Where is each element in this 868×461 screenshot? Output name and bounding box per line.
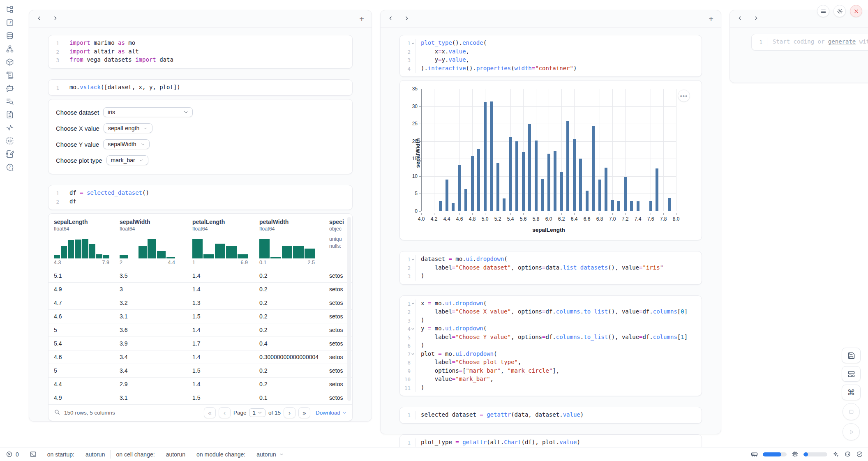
code-line[interactable]: 10 value="mark_bar", [400, 375, 702, 384]
shutdown-button[interactable] [850, 5, 862, 17]
code-line[interactable]: 2 label="Choose dataset", options=data.l… [400, 264, 702, 272]
column-next-button[interactable] [53, 15, 58, 23]
add-cell-button[interactable]: + [709, 15, 713, 23]
code-line[interactable]: 2 x=x.value, [400, 48, 702, 56]
code-line[interactable]: 5 label="Choose Y value", options=df.col… [400, 333, 702, 342]
dropdown-select[interactable]: sepalWidth [103, 139, 149, 149]
table-column-header[interactable]: sepalWidthfloat6424.4 [114, 219, 187, 265]
code-line[interactable]: 6) [400, 341, 702, 350]
tracing-icon[interactable] [5, 123, 15, 132]
keyboard-shortcuts-button[interactable]: ⌘ [842, 385, 861, 400]
file-explorer-icon[interactable] [5, 5, 15, 14]
code-line[interactable]: 1dataset = mo.ui.dropdown( [400, 255, 702, 264]
code-cell-selected-dataset[interactable]: 1selected_dataset = getattr(data, datase… [399, 407, 702, 424]
code-line[interactable]: 8 label="Choose plot type", [400, 358, 702, 367]
table-row[interactable]: 4.93.11.50.1setos [48, 391, 352, 404]
dropdown-select[interactable]: iris [103, 107, 193, 117]
logs-icon[interactable] [5, 97, 15, 106]
code-line[interactable]: 4).interactive().properties(width="conta… [400, 65, 702, 73]
table-row[interactable]: 5.43.91.70.4setos [48, 337, 352, 350]
table-row[interactable]: 4.931.40.2setos [48, 282, 352, 296]
code-line[interactable]: 2import altair as alt [48, 48, 352, 56]
prev-page-button[interactable]: ‹ [219, 407, 231, 418]
next-page-button[interactable]: › [284, 407, 295, 418]
layout-button[interactable] [842, 366, 861, 382]
chart-menu-button[interactable]: ••• [678, 90, 690, 102]
dropdown-select[interactable]: mark_bar [106, 155, 148, 165]
page-select[interactable]: 1 [249, 408, 265, 417]
code-line[interactable]: 3from vega_datasets import data [48, 56, 352, 65]
table-row[interactable]: 53.41.50.2setos [48, 364, 352, 377]
code-line[interactable]: 2df [48, 198, 352, 206]
copilot-icon[interactable] [844, 451, 851, 458]
documentation-icon[interactable] [5, 110, 15, 119]
code-cell-xy-plot-dropdowns[interactable]: 1x = mo.ui.dropdown(2 label="Choose X va… [399, 295, 702, 396]
menu-button[interactable] [817, 5, 829, 17]
scratchpad-script-icon[interactable] [5, 71, 15, 80]
code-line[interactable]: 1df = selected_dataset() [48, 189, 352, 198]
add-cell-button[interactable]: + [359, 15, 364, 23]
code-cell-imports[interactable]: 1import marimo as mo2import altair as al… [48, 35, 353, 69]
code-line[interactable]: 1selected_dataset = getattr(data, datase… [400, 411, 702, 420]
code-cell-vstack[interactable]: 1mo.vstack([dataset, x, y, plot]) [48, 79, 353, 96]
save-button[interactable] [842, 348, 861, 363]
help-icon[interactable]: ? [5, 163, 15, 172]
column-next-button[interactable] [753, 15, 759, 23]
column-prev-button[interactable] [737, 15, 743, 23]
search-icon[interactable] [54, 409, 60, 417]
table-column-header[interactable]: petalLengthfloat6416.9 [187, 219, 254, 265]
last-page-button[interactable]: » [298, 407, 310, 418]
snippets-icon[interactable] [5, 136, 15, 145]
code-line[interactable]: 1mo.vstack([dataset, x, y, plot]) [48, 83, 352, 92]
code-line[interactable]: 9 options=["mark_bar", "mark_circle"], [400, 367, 702, 376]
terminal-button[interactable] [24, 451, 42, 458]
code-cell-plot[interactable]: 1plot_type().encode(2 x=x.value,3 y=y.va… [399, 35, 702, 77]
code-line[interactable]: 1plot_type().encode( [400, 39, 702, 48]
table-row[interactable]: 4.63.41.40.30000000000000004setos [48, 350, 352, 364]
notebook-pen-icon[interactable] [5, 150, 15, 159]
code-line[interactable]: 1x = mo.ui.dropdown( [400, 300, 702, 308]
code-line[interactable]: 3 y=y.value, [400, 56, 702, 65]
on-startup-setting[interactable]: on startup: autorun [42, 451, 111, 458]
settings-button[interactable] [833, 5, 846, 17]
table-scrollbar[interactable] [347, 217, 351, 401]
code-line[interactable]: 3) [400, 316, 702, 325]
column-next-button[interactable] [404, 15, 409, 23]
dropdown-select[interactable]: sepalLength [104, 123, 152, 133]
connection-status-icon[interactable] [856, 451, 863, 458]
dependency-graph-icon[interactable] [5, 44, 15, 53]
code-line[interactable]: 11) [400, 384, 702, 392]
code-line[interactable]: 3) [400, 272, 702, 281]
download-button[interactable]: Download [316, 410, 347, 416]
ai-sparkles-icon[interactable] [832, 451, 839, 458]
chart-plot-area[interactable]: 4.04.24.44.64.85.05.25.45.65.86.06.26.46… [421, 89, 676, 211]
stop-button[interactable] [843, 403, 860, 420]
first-page-button[interactable]: « [204, 407, 216, 418]
table-row[interactable]: 4.73.21.30.2setos [48, 296, 352, 309]
code-cell-df[interactable]: 1df = selected_dataset()2df [48, 185, 353, 210]
ai-chat-icon[interactable] [5, 84, 15, 93]
output-altair-chart[interactable]: 4.04.24.44.64.85.05.25.45.65.86.06.26.46… [399, 80, 702, 240]
table-row[interactable]: 5.13.51.40.2setos [48, 269, 352, 282]
on-module-change-setting[interactable]: on module change: autorun [191, 451, 289, 458]
column-prev-button[interactable] [388, 15, 393, 23]
table-column-header[interactable]: petalWidthfloat640.12.5 [254, 219, 324, 265]
code-line[interactable]: 1plot_type = getattr(alt.Chart(df), plot… [400, 438, 702, 447]
code-cell-dataset-dropdown[interactable]: 1dataset = mo.ui.dropdown(2 label="Choos… [399, 251, 702, 285]
run-button[interactable] [843, 423, 860, 440]
code-line[interactable]: 7plot = mo.ui.dropdown( [400, 350, 702, 359]
generate-with-ai-link[interactable]: generate [828, 38, 856, 45]
empty-code-cell[interactable]: 1 Start coding or generate with [751, 34, 868, 51]
code-line[interactable]: 1import marimo as mo [48, 39, 352, 48]
table-row[interactable]: 53.61.40.2setos [48, 323, 352, 337]
table-row[interactable]: 4.42.91.40.2setos [48, 377, 352, 391]
errors-indicator[interactable]: 0 [5, 451, 24, 458]
packages-icon[interactable] [5, 58, 15, 67]
table-column-header[interactable]: sepalLengthfloat644.37.9 [48, 219, 114, 265]
datasources-icon[interactable] [5, 31, 15, 40]
functions-icon[interactable]: f [5, 18, 15, 27]
table-row[interactable]: 4.63.11.50.2setos [48, 309, 352, 323]
code-line[interactable]: 4y = mo.ui.dropdown( [400, 325, 702, 333]
on-cell-change-setting[interactable]: on cell change: autorun [111, 451, 191, 458]
column-prev-button[interactable] [37, 15, 42, 23]
